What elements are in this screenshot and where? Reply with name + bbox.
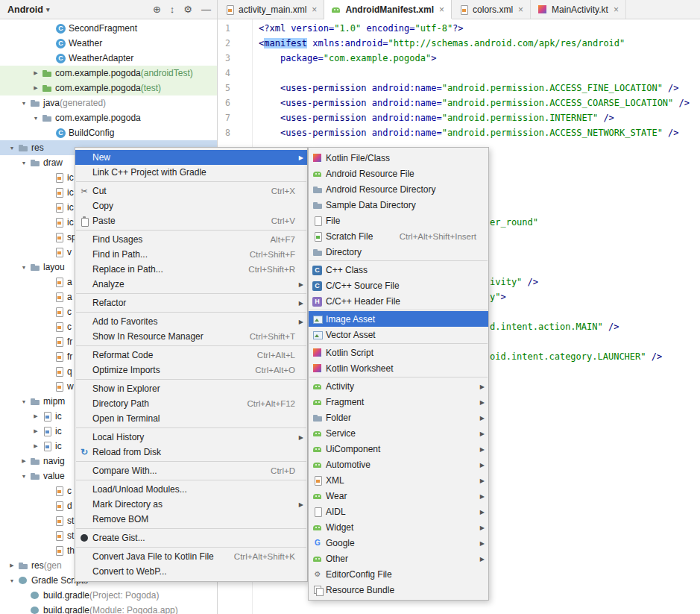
menu-icon-slot (312, 348, 326, 358)
menu-item-replace-in-path[interactable]: Replace in Path...Ctrl+Shift+R (75, 262, 307, 277)
tree-expand-arrow-icon[interactable]: ▶ (18, 458, 30, 464)
tree-expand-arrow-icon[interactable]: ▼ (18, 101, 30, 106)
tree-row-buildconfig[interactable]: CBuildConfig (0, 125, 217, 140)
menu-item-android-resource-directory[interactable]: Android Resource Directory (309, 181, 488, 197)
tree-expand-arrow-icon[interactable]: ▶ (30, 70, 42, 76)
menu-item-link-c-project-with-gradle[interactable]: Link C++ Project with Gradle (75, 165, 307, 180)
tab-close-icon[interactable]: × (312, 4, 317, 15)
menu-item-vector-asset[interactable]: Vector Asset (309, 327, 488, 342)
menu-item-show-in-resource-manager[interactable]: Show In Resource ManagerCtrl+Shift+T (75, 329, 307, 344)
menu-item-create-gist[interactable]: Create Gist... (75, 530, 307, 545)
menu-item-convert-to-webp[interactable]: Convert to WebP... (75, 564, 307, 579)
tree-row-build-gradle[interactable]: build.gradle (Module: Pogoda.app) (0, 603, 217, 614)
menu-item-service[interactable]: Service▶ (309, 425, 488, 441)
tab-mainactivity-kt[interactable]: MainActivity.kt× (531, 0, 626, 19)
tree-row-weather[interactable]: CWeather (0, 36, 217, 51)
tree-expand-arrow-icon[interactable]: ▼ (6, 145, 18, 151)
menu-item-c-c-source-file[interactable]: CC/C++ Source File (309, 278, 488, 293)
menu-item-automotive[interactable]: Automotive▶ (309, 457, 488, 472)
menu-item-remove-bom[interactable]: Remove BOM (75, 512, 307, 527)
tree-row-com-example-pogoda[interactable]: ▶com.example.pogoda (androidTest) (0, 66, 217, 81)
code-token (259, 98, 280, 108)
menu-item-kotlin-file-class[interactable]: Kotlin File/Class (309, 150, 488, 166)
tree-row-weatheradapter[interactable]: CWeatherAdapter (0, 51, 217, 66)
menu-item-analyze[interactable]: Analyze▶ (75, 277, 307, 292)
menu-item-local-history[interactable]: Local History▶ (75, 430, 307, 445)
menu-item-kotlin-script[interactable]: Kotlin Script (309, 345, 488, 360)
tree-expand-arrow-icon[interactable]: ▼ (18, 474, 30, 479)
menu-item-widget[interactable]: Widget▶ (309, 519, 488, 535)
menu-item-reload-from-disk[interactable]: ↻Reload from Disk (75, 445, 307, 460)
tab-androidmanifest-xml[interactable]: AndroidManifest.xml× (324, 0, 452, 19)
xmlfile-icon (54, 202, 64, 213)
tree-expand-arrow-icon[interactable]: ▶ (30, 413, 42, 419)
menu-item-optimize-imports[interactable]: Optimize ImportsCtrl+Alt+O (75, 363, 307, 378)
tree-row-secondfragment[interactable]: CSecondFragment (0, 21, 217, 36)
tab-activity-main-xml[interactable]: activity_main.xml× (218, 0, 324, 19)
menu-item-new[interactable]: New▶ (75, 150, 307, 165)
scroll-from-source-icon[interactable]: ↕ (170, 0, 175, 19)
project-view-selector[interactable]: Android ▾ (7, 4, 49, 15)
menu-item-c-class[interactable]: CC++ Class (309, 262, 488, 278)
menu-item-compare-with[interactable]: Compare With...Ctrl+D (75, 463, 307, 478)
tree-expand-arrow-icon[interactable]: ▼ (18, 160, 30, 166)
menu-item-google[interactable]: GGoogle▶ (309, 535, 488, 551)
hide-panel-icon[interactable]: — (201, 0, 211, 19)
tab-close-icon[interactable]: × (614, 4, 619, 15)
tab-close-icon[interactable]: × (518, 4, 523, 15)
tree-row-java[interactable]: ▼java (generated) (0, 95, 217, 110)
tree-expand-arrow-icon[interactable]: ▶ (6, 563, 18, 568)
menu-item-scratch-file[interactable]: Scratch FileCtrl+Alt+Shift+Insert (309, 228, 488, 244)
menu-item-wear[interactable]: Wear▶ (309, 488, 488, 504)
imgfile-icon (42, 426, 52, 436)
menu-item-activity[interactable]: Activity▶ (309, 378, 488, 394)
tab-colors-xml[interactable]: colors.xml× (452, 0, 531, 19)
menu-item-find-in-path[interactable]: Find in Path...Ctrl+Shift+F (75, 247, 307, 262)
menu-item-directory-path[interactable]: Directory PathCtrl+Alt+F12 (75, 396, 307, 411)
menu-item-editorconfig-file[interactable]: ⚙EditorConfig File (309, 566, 488, 582)
menu-item-image-asset[interactable]: Image Asset (309, 311, 488, 327)
menu-item-sample-data-directory[interactable]: Sample Data Directory (309, 197, 488, 213)
tree-expand-arrow-icon[interactable]: ▼ (18, 265, 30, 270)
menu-item-folder[interactable]: Folder▶ (309, 410, 488, 425)
tree-expand-arrow-icon[interactable]: ▼ (18, 399, 30, 404)
menu-item-label: Sample Data Directory (326, 200, 416, 210)
locate-file-icon[interactable]: ⊕ (153, 0, 161, 19)
tree-expand-arrow-icon[interactable]: ▶ (30, 428, 42, 434)
menu-item-reformat-code[interactable]: Reformat CodeCtrl+Alt+L (75, 348, 307, 363)
submenu-arrow-icon: ▶ (480, 508, 485, 515)
tree-expand-arrow-icon[interactable]: ▶ (30, 443, 42, 449)
settings-gear-icon[interactable]: ⚙ (183, 0, 192, 19)
menu-item-fragment[interactable]: Fragment▶ (309, 394, 488, 410)
tree-item-label: c (67, 322, 72, 332)
tab-close-icon[interactable]: × (439, 4, 444, 15)
menu-item-open-in-terminal[interactable]: Open in Terminal (75, 411, 307, 426)
tree-expand-arrow-icon[interactable]: ▼ (6, 578, 18, 583)
tree-expand-arrow-icon[interactable]: ▶ (30, 85, 42, 91)
menu-item-copy[interactable]: Copy (75, 198, 307, 213)
menu-item-resource-bundle[interactable]: Resource Bundle (309, 582, 488, 598)
menu-item-cut[interactable]: ✂CutCtrl+X (75, 184, 307, 198)
menu-icon-slot (79, 533, 92, 543)
menu-item-kotlin-worksheet[interactable]: Kotlin Worksheet (309, 360, 488, 376)
menu-item-xml[interactable]: XML▶ (309, 472, 488, 488)
menu-item-paste[interactable]: PasteCtrl+V (75, 213, 307, 228)
menu-item-show-in-explorer[interactable]: Show in Explorer (75, 381, 307, 396)
menu-item-directory[interactable]: Directory (309, 244, 488, 260)
menu-item-other[interactable]: Other▶ (309, 551, 488, 566)
tree-expand-arrow-icon[interactable]: ▼ (30, 116, 42, 121)
tree-row-com-example-pogoda[interactable]: ▶com.example.pogoda (test) (0, 81, 217, 95)
menu-item-add-to-favorites[interactable]: Add to Favorites▶ (75, 314, 307, 329)
menu-item-find-usages[interactable]: Find UsagesAlt+F7 (75, 232, 307, 247)
menu-item-aidl[interactable]: AIDL▶ (309, 504, 488, 519)
menu-item-convert-java-file-to-kotlin-file[interactable]: Convert Java File to Kotlin FileCtrl+Alt… (75, 549, 307, 564)
menu-item-c-c-header-file[interactable]: HC/C++ Header File (309, 293, 488, 309)
menu-item-android-resource-file[interactable]: Android Resource File (309, 166, 488, 181)
menu-item-refactor[interactable]: Refactor▶ (75, 295, 307, 310)
menu-item-load-unload-modules[interactable]: Load/Unload Modules... (75, 482, 307, 497)
menu-item-file[interactable]: File (309, 213, 488, 228)
menu-item-mark-directory-as[interactable]: Mark Directory as▶ (75, 497, 307, 512)
tree-row-build-gradle[interactable]: build.gradle (Project: Pogoda) (0, 588, 217, 603)
tree-row-com-example-pogoda[interactable]: ▼com.example.pogoda (0, 110, 217, 125)
menu-item-uicomponent[interactable]: UiComponent▶ (309, 441, 488, 457)
